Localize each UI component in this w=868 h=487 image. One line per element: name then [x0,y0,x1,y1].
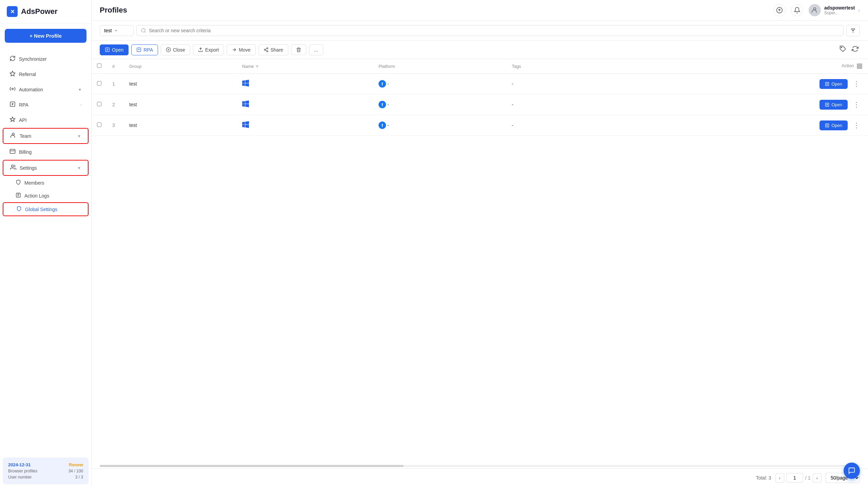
row-2-actions: Open ⋮ [610,99,863,110]
search-bar [136,25,844,36]
svg-point-16 [267,48,268,49]
sidebar-item-rpa[interactable]: RPA › [3,97,89,112]
row-1-group: test [124,74,237,94]
tag-button[interactable] [838,44,848,55]
close-button[interactable]: Close [161,44,190,55]
row-2-name [237,94,373,115]
row-2-number: 2 [107,94,124,115]
facebook-icon-3: f [379,121,386,129]
row-2-open-button[interactable]: Open [819,100,848,110]
svg-point-5 [12,165,14,167]
row-3-name [237,115,373,136]
sidebar: ✕ AdsPower + New Profile Synchronizer Re… [0,0,92,487]
sidebar-item-team[interactable]: Team ▼ [3,128,89,144]
facebook-icon-2: f [379,101,386,108]
notification-bell-button[interactable] [791,4,803,16]
row-3-platform: f - [373,115,506,136]
delete-button[interactable] [291,44,306,55]
row-1-checkbox[interactable] [97,81,101,86]
sidebar-item-automation[interactable]: Automation ▼ [3,82,89,97]
page-input[interactable] [786,473,803,483]
row-2-more-button[interactable]: ⋮ [850,99,863,110]
rpa-button[interactable]: RPA [131,44,158,55]
windows-icon [242,81,249,88]
user-area[interactable]: adspowertest Super... › [809,4,860,16]
sidebar-item-settings-label: Settings [20,165,74,171]
logo-area: ✕ AdsPower [0,0,91,23]
column-settings-icon[interactable] [856,63,863,69]
sidebar-item-settings[interactable]: Settings ▼ [3,160,89,176]
svg-point-3 [12,133,14,135]
col-tags: Tags [506,59,605,74]
sidebar-item-members[interactable]: Members [3,176,89,189]
billing-icon [9,148,16,155]
more-actions-button[interactable]: ... [309,44,323,55]
select-all-checkbox[interactable] [97,63,101,68]
scrollbar-track [100,465,860,467]
sidebar-item-members-label: Members [24,180,44,186]
sidebar-item-api[interactable]: API [3,113,89,127]
col-name[interactable]: Name [237,59,373,74]
sidebar-item-action-logs[interactable]: Action Logs [3,189,89,202]
header-actions: adspowertest Super... › [773,4,860,16]
sidebar-nav: Synchronizer Referral Automation ▼ RPA › [0,48,91,455]
page-title: Profiles [100,6,768,15]
filter-button[interactable] [846,25,860,36]
row-3-open-button[interactable]: Open [819,120,848,130]
row-1-open-button[interactable]: Open [819,79,848,89]
next-page-button[interactable]: › [813,473,822,483]
row-2-platform: f - [373,94,506,115]
row-3-more-button[interactable]: ⋮ [850,120,863,131]
automation-arrow-icon: ▼ [78,88,82,92]
new-profile-button[interactable]: + New Profile [5,29,86,43]
row-open-icon-2 [825,102,829,107]
row-3-platform-dash: - [387,123,389,128]
open-button[interactable]: Open [100,44,129,55]
refresh-button[interactable] [850,44,860,55]
group-select[interactable]: test [100,25,134,36]
browser-profiles-label: Browser profiles [8,469,37,473]
sidebar-item-billing-label: Billing [19,149,82,155]
sidebar-item-referral[interactable]: Referral [3,67,89,81]
total-pages: / 1 [805,475,811,481]
export-button[interactable]: Export [193,44,224,55]
sidebar-item-global-settings[interactable]: Global Settings [3,202,89,216]
sidebar-item-billing[interactable]: Billing [3,145,89,159]
support-button[interactable] [844,463,860,479]
row-3-group: test [124,115,237,136]
sidebar-item-rpa-label: RPA [19,102,77,108]
row-2-checkbox[interactable] [97,102,101,106]
user-number-stat: User number 3 / 3 [8,475,83,480]
tag-icon [840,45,846,52]
move-button[interactable]: Move [227,44,255,55]
prev-page-button[interactable]: ‹ [775,473,784,483]
search-input[interactable] [149,28,839,33]
export-icon [198,47,203,52]
name-sort-icon [255,64,259,69]
team-icon [10,132,16,139]
avatar [809,4,821,16]
row-3-checkbox[interactable] [97,123,101,127]
top-header: Profiles adspowertest Super... › [92,0,868,21]
row-1-actions: Open ⋮ [610,78,863,89]
filter-icon [850,27,856,34]
settings-icon [10,164,16,171]
upload-icon-button[interactable] [773,4,786,16]
toolbar: test [92,21,868,41]
renew-link[interactable]: Renew [69,462,83,467]
search-icon [141,28,146,33]
row-3-number: 3 [107,115,124,136]
svg-marker-0 [10,71,15,76]
share-button[interactable]: Share [258,44,288,55]
row-1-number: 1 [107,74,124,94]
horizontal-scrollbar[interactable] [92,464,868,468]
svg-point-9 [141,29,145,32]
svg-rect-22 [857,68,862,69]
select-all-header [92,59,107,74]
col-number: # [107,59,124,74]
share-icon [264,47,269,52]
svg-point-17 [264,49,265,51]
row-1-more-button[interactable]: ⋮ [850,78,863,89]
sidebar-item-synchronizer[interactable]: Synchronizer [3,52,89,66]
user-chevron-icon: › [858,7,860,13]
